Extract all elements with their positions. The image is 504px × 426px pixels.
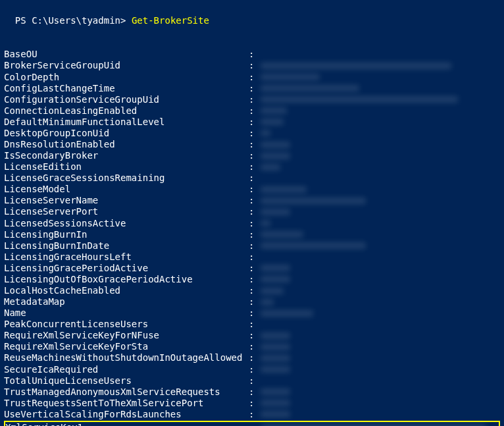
property-row: RequireXmlServiceKeyForSta: <box>4 341 500 352</box>
separator: : <box>249 364 261 375</box>
property-value <box>261 310 313 317</box>
separator: : <box>249 330 261 341</box>
property-name: ReuseMachinesWithoutShutdownInOutageAllo… <box>4 352 249 363</box>
property-row: LicenseServerName: <box>4 195 500 206</box>
property-value <box>261 220 270 226</box>
property-row: LicensingOutOfBoxGracePeriodActive: <box>4 274 500 285</box>
property-name: LicensedSessionsActive <box>4 218 249 229</box>
separator: : <box>249 274 261 285</box>
property-name: BrokerServiceGroupUid <box>4 60 249 71</box>
property-name: LicensingGraceHoursLeft <box>4 252 249 263</box>
separator: : <box>249 128 261 139</box>
separator: : <box>249 319 261 330</box>
property-name: MetadataMap <box>4 296 249 307</box>
separator: : <box>249 252 261 263</box>
separator: : <box>249 352 261 363</box>
property-value <box>261 85 359 92</box>
property-name: RequireXmlServiceKeyForNFuse <box>4 330 249 341</box>
separator: : <box>249 139 261 150</box>
separator: : <box>249 105 261 117</box>
property-row: LicensingBurnIn: <box>4 229 500 240</box>
separator: : <box>249 386 261 398</box>
property-value <box>261 186 307 193</box>
separator: : <box>249 60 261 71</box>
separator: : <box>249 229 261 240</box>
property-value <box>261 276 290 282</box>
separator: : <box>249 218 261 229</box>
separator: : <box>249 83 261 94</box>
property-name: IsSecondaryBroker <box>4 150 249 161</box>
separator: : <box>249 72 261 83</box>
command-text: Get-BrokerSite <box>132 15 209 26</box>
property-value <box>261 366 290 373</box>
property-value <box>261 288 284 294</box>
property-row: RequireXmlServiceKeyForNFuse: <box>4 330 500 341</box>
property-name: LicensingOutOfBoxGracePeriodActive <box>4 274 249 285</box>
output-section: BaseOU:BrokerServiceGroupUid:ColorDepth:… <box>4 49 500 420</box>
property-value <box>261 107 287 114</box>
separator: : <box>249 263 261 274</box>
separator: : <box>249 409 261 420</box>
separator: : <box>249 296 261 307</box>
property-value <box>261 242 366 249</box>
property-row: ConnectionLeasingEnabled: <box>4 105 500 117</box>
property-value <box>261 130 270 136</box>
property-name: LicenseGraceSessionsRemaining <box>4 173 249 184</box>
property-row: MetadataMap: <box>4 296 500 307</box>
separator: : <box>249 285 261 296</box>
property-name: ConfigurationServiceGroupUid <box>4 94 249 105</box>
property-name: DesktopGroupIconUid <box>4 128 249 139</box>
separator: : <box>249 398 261 409</box>
property-name: LicenseServerPort <box>4 206 249 217</box>
property-row: LicensedSessionsActive: <box>4 218 500 229</box>
separator: : <box>250 422 262 426</box>
separator: : <box>249 117 261 128</box>
property-name: LicensingGracePeriodActive <box>4 263 249 274</box>
separator: : <box>249 375 261 386</box>
property-name: ColorDepth <box>4 72 249 83</box>
highlighted-keys-section: XmlServiceKey1:XmlServiceKey2: <box>4 421 500 426</box>
property-value <box>261 142 290 148</box>
separator: : <box>249 94 261 105</box>
property-row: ConfigurationServiceGroupUid: <box>4 94 500 105</box>
property-row: SecureIcaRequired: <box>4 364 500 375</box>
property-row: LicensingBurnInDate: <box>4 240 500 252</box>
property-name: DefaultMinimumFunctionalLevel <box>4 117 249 128</box>
property-row: BrokerServiceGroupUid: <box>4 60 500 71</box>
property-value <box>261 231 303 238</box>
separator: : <box>249 161 261 173</box>
property-name: LicenseModel <box>4 184 249 195</box>
property-row: PeakConcurrentLicenseUsers: <box>4 319 500 330</box>
separator: : <box>249 307 261 319</box>
prompt-prefix: PS C:\Users\tyadmin> <box>15 15 132 26</box>
property-row: DnsResolutionEnabled: <box>4 139 500 150</box>
property-name: LicensingBurnIn <box>4 229 249 240</box>
property-row: XmlServiceKey1: <box>5 422 499 426</box>
property-row: TrustRequestsSentToTheXmlServicePort: <box>4 398 500 409</box>
property-row: BaseOU: <box>4 49 500 60</box>
prompt-line[interactable]: PS C:\Users\tyadmin> Get-BrokerSite <box>4 3 500 26</box>
property-value <box>261 355 290 361</box>
property-row: LocalHostCacheEnabled: <box>4 285 500 296</box>
property-value <box>261 333 290 339</box>
separator: : <box>249 49 261 60</box>
property-row: DesktopGroupIconUid: <box>4 128 500 139</box>
separator: : <box>249 240 261 252</box>
blank-line <box>4 26 500 49</box>
property-name: XmlServiceKey1 <box>5 422 250 426</box>
property-name: ConfigLastChangeTime <box>4 83 249 94</box>
property-value <box>261 74 320 80</box>
property-row: LicensingGracePeriodActive: <box>4 263 500 274</box>
property-value <box>261 265 290 271</box>
property-row: TrustManagedAnonymousXmlServiceRequests: <box>4 386 500 398</box>
property-name: LicenseEdition <box>4 161 249 173</box>
separator: : <box>249 206 261 217</box>
property-name: Name <box>4 307 249 319</box>
property-row: LicenseEdition: <box>4 161 500 173</box>
property-name: LocalHostCacheEnabled <box>4 285 249 296</box>
property-value <box>261 299 274 306</box>
property-row: UseVerticalScalingForRdsLaunches: <box>4 409 500 420</box>
property-name: SecureIcaRequired <box>4 364 249 375</box>
property-name: PeakConcurrentLicenseUsers <box>4 319 249 330</box>
property-name: DnsResolutionEnabled <box>4 139 249 150</box>
